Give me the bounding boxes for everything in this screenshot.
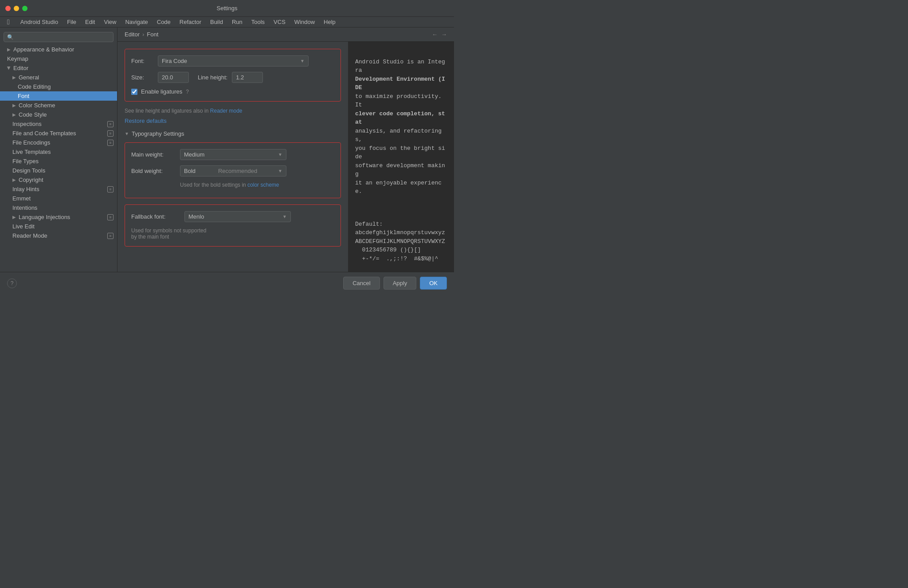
menubar-navigate[interactable]: Navigate <box>121 18 151 26</box>
chevron-down-icon: ▶ <box>7 67 12 70</box>
nav-back-icon[interactable]: ← <box>432 31 438 38</box>
nav-forward-icon[interactable]: → <box>441 31 447 38</box>
line-height-input[interactable] <box>232 72 263 83</box>
titlebar: Settings <box>0 0 454 17</box>
menubar-edit[interactable]: Edit <box>82 18 98 26</box>
sidebar-item-label: Color Scheme <box>19 102 55 109</box>
menubar-android-studio[interactable]: Android Studio <box>17 18 62 26</box>
menubar-tools[interactable]: Tools <box>248 18 268 26</box>
sidebar-item-label: Editor <box>13 65 28 71</box>
sidebar-item-emmet[interactable]: Emmet <box>0 194 117 203</box>
breadcrumb-font[interactable]: Font <box>147 31 158 38</box>
minimize-button[interactable] <box>14 6 19 11</box>
apply-button[interactable]: Apply <box>384 277 417 290</box>
sidebar-item-inlay-hints[interactable]: Inlay Hints ≡ <box>0 184 117 194</box>
sidebar-item-file-code-templates[interactable]: File and Code Templates ≡ <box>0 129 117 138</box>
preview-panel: Android Studio is an Integra Development… <box>348 42 454 272</box>
sidebar-item-font[interactable]: Font <box>0 91 117 101</box>
sidebar-item-keymap[interactable]: Keymap <box>0 54 117 63</box>
dropdown-arrow-icon: ▼ <box>278 169 282 173</box>
sidebar-item-label: File and Code Templates <box>12 130 76 137</box>
menubar:  Android Studio File Edit View Navigate… <box>0 17 454 27</box>
sidebar-item-file-encodings[interactable]: File Encodings ≡ <box>0 138 117 147</box>
preview-intro-text: Android Studio is an Integra Development… <box>355 49 447 204</box>
sidebar-search-container[interactable]: 🔍 <box>4 32 114 42</box>
traffic-lights <box>5 6 27 11</box>
menubar-vcs[interactable]: VCS <box>270 18 289 26</box>
chevron-right-icon: ▶ <box>12 177 16 182</box>
sidebar-item-copyright[interactable]: ▶ Copyright <box>0 175 117 184</box>
main-weight-label: Main weight: <box>131 151 176 158</box>
sidebar-item-file-types[interactable]: File Types <box>0 157 117 166</box>
size-input[interactable] <box>158 72 189 83</box>
sidebar-item-label: File Encodings <box>12 139 50 146</box>
chevron-right-icon: ▶ <box>12 75 16 80</box>
badge-icon: ≡ <box>107 186 114 192</box>
menubar-run[interactable]: Run <box>228 18 246 26</box>
breadcrumb: Editor › Font ← → <box>117 27 454 42</box>
sidebar-item-label: Code Style <box>19 111 47 118</box>
fallback-font-box: Fallback font: Menlo ▼ Used for symbols … <box>125 204 341 247</box>
menubar-apple[interactable]:  <box>4 17 13 27</box>
reader-mode-link[interactable]: Reader mode <box>210 108 243 114</box>
sidebar-item-code-style[interactable]: ▶ Code Style <box>0 110 117 119</box>
sidebar-item-code-editing[interactable]: Code Editing <box>0 82 117 91</box>
typography-section-header[interactable]: ▼ Typography Settings <box>125 130 341 137</box>
dropdown-arrow-icon: ▼ <box>300 59 305 63</box>
chevron-right-icon: ▶ <box>12 103 16 108</box>
bold-weight-dropdown[interactable]: Bold Recommended ▼ <box>180 165 286 176</box>
breadcrumb-separator: › <box>142 31 144 38</box>
main-weight-row: Main weight: Medium ▼ <box>131 149 334 160</box>
sidebar-item-inspections[interactable]: Inspections ≡ <box>0 119 117 129</box>
help-icon[interactable]: ? <box>186 89 189 95</box>
restore-defaults-link[interactable]: Restore defaults <box>125 118 167 124</box>
menubar-help[interactable]: Help <box>320 18 339 26</box>
ligatures-row: Enable ligatures ? <box>131 88 334 95</box>
size-row: Size: Line height: <box>131 72 334 83</box>
maximize-button[interactable] <box>22 6 27 11</box>
section-chevron-icon: ▼ <box>125 131 129 136</box>
sidebar-item-label: Inlay Hints <box>12 186 39 192</box>
dropdown-arrow-icon: ▼ <box>282 214 287 219</box>
font-row: Font: Fira Code ▼ <box>131 55 334 67</box>
menubar-refactor[interactable]: Refactor <box>176 18 205 26</box>
menubar-code[interactable]: Code <box>153 18 174 26</box>
sidebar-item-reader-mode[interactable]: Reader Mode ≡ <box>0 231 117 240</box>
sidebar-item-label: Appearance & Behavior <box>13 46 74 53</box>
sidebar-item-live-templates[interactable]: Live Templates <box>0 147 117 157</box>
sidebar-item-intentions[interactable]: Intentions <box>0 203 117 212</box>
close-button[interactable] <box>5 6 11 11</box>
menubar-file[interactable]: File <box>63 18 80 26</box>
badge-icon: ≡ <box>107 214 114 220</box>
font-dropdown[interactable]: Fira Code ▼ <box>158 55 309 67</box>
size-label: Size: <box>131 74 153 81</box>
sidebar-item-color-scheme[interactable]: ▶ Color Scheme <box>0 101 117 110</box>
ok-button[interactable]: OK <box>420 277 447 290</box>
cancel-button[interactable]: Cancel <box>343 277 380 290</box>
menubar-build[interactable]: Build <box>207 18 227 26</box>
chevron-right-icon: ▶ <box>12 215 16 220</box>
footer-help-button[interactable]: ? <box>7 278 17 288</box>
chevron-right-icon: ▶ <box>12 112 16 117</box>
sidebar-item-label: Language Injections <box>19 214 70 220</box>
ligatures-checkbox[interactable] <box>131 89 137 95</box>
sidebar-item-general[interactable]: ▶ General <box>0 73 117 82</box>
fallback-font-dropdown[interactable]: Menlo ▼ <box>184 211 291 222</box>
color-scheme-link[interactable]: color scheme <box>247 182 279 188</box>
sidebar-item-label: Emmet <box>12 195 31 202</box>
sidebar-item-design-tools[interactable]: Design Tools <box>0 166 117 175</box>
breadcrumb-editor[interactable]: Editor <box>125 31 140 38</box>
sidebar-item-live-edit[interactable]: Live Edit <box>0 222 117 231</box>
menubar-view[interactable]: View <box>100 18 120 26</box>
bold-weight-label: Bold weight: <box>131 168 176 174</box>
menubar-window[interactable]: Window <box>291 18 318 26</box>
sidebar-item-appearance[interactable]: ▶ Appearance & Behavior <box>0 45 117 54</box>
ligatures-label: Enable ligatures <box>141 88 182 95</box>
search-input[interactable] <box>16 34 110 40</box>
typography-settings-box: Main weight: Medium ▼ Bold weight: Bold <box>125 142 341 198</box>
sidebar-item-label: Design Tools <box>12 167 45 174</box>
main-weight-dropdown[interactable]: Medium ▼ <box>180 149 286 160</box>
sidebar-item-editor[interactable]: ▶ Editor <box>0 63 117 73</box>
main-weight-value: Medium <box>184 151 204 158</box>
sidebar-item-language-injections[interactable]: ▶ Language Injections ≡ <box>0 212 117 222</box>
